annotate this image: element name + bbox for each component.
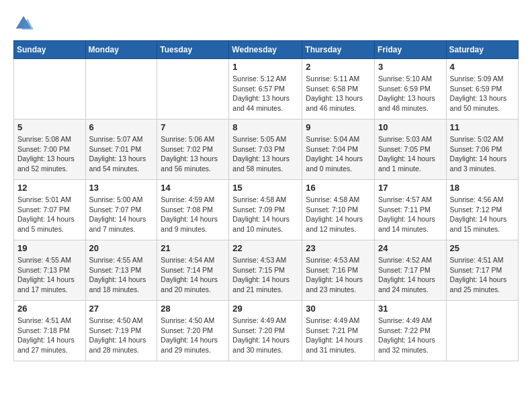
calendar-body: 1Sunrise: 5:12 AMSunset: 6:57 PMDaylight… — [14, 59, 519, 361]
column-header-monday: Monday — [85, 41, 157, 59]
calendar-cell: 7Sunrise: 5:06 AMSunset: 7:02 PMDaylight… — [157, 120, 229, 180]
calendar-week-3: 12Sunrise: 5:01 AMSunset: 7:07 PMDayligh… — [14, 180, 519, 240]
cell-content: Sunrise: 5:08 AMSunset: 7:00 PMDaylight:… — [17, 134, 82, 174]
calendar-cell: 31Sunrise: 4:49 AMSunset: 7:22 PMDayligh… — [375, 301, 447, 361]
calendar-cell — [446, 301, 518, 361]
calendar-week-4: 19Sunrise: 4:55 AMSunset: 7:13 PMDayligh… — [14, 240, 519, 301]
cell-content: Sunrise: 4:50 AMSunset: 7:20 PMDaylight:… — [161, 316, 225, 355]
day-number: 7 — [161, 122, 225, 132]
calendar-cell: 19Sunrise: 4:55 AMSunset: 7:13 PMDayligh… — [14, 240, 86, 301]
calendar-cell: 11Sunrise: 5:02 AMSunset: 7:06 PMDayligh… — [446, 120, 518, 180]
day-number: 28 — [161, 304, 225, 314]
calendar-cell: 26Sunrise: 4:51 AMSunset: 7:18 PMDayligh… — [14, 301, 86, 361]
calendar-cell: 14Sunrise: 4:59 AMSunset: 7:08 PMDayligh… — [157, 180, 229, 240]
day-number: 8 — [232, 122, 298, 132]
calendar-cell: 1Sunrise: 5:12 AMSunset: 6:57 PMDaylight… — [229, 59, 302, 120]
cell-content: Sunrise: 4:51 AMSunset: 7:18 PMDaylight:… — [17, 316, 82, 355]
day-number: 15 — [232, 183, 298, 193]
day-number: 3 — [378, 62, 443, 72]
day-number: 23 — [306, 243, 371, 253]
cell-content: Sunrise: 4:59 AMSunset: 7:08 PMDaylight:… — [161, 195, 225, 234]
day-number: 19 — [17, 243, 82, 253]
day-number: 25 — [450, 243, 515, 253]
calendar-cell: 25Sunrise: 4:51 AMSunset: 7:17 PMDayligh… — [446, 240, 518, 301]
calendar-cell: 16Sunrise: 4:58 AMSunset: 7:10 PMDayligh… — [302, 180, 375, 240]
calendar-cell: 13Sunrise: 5:00 AMSunset: 7:07 PMDayligh… — [85, 180, 157, 240]
day-number: 17 — [378, 183, 443, 193]
calendar-cell: 22Sunrise: 4:53 AMSunset: 7:15 PMDayligh… — [229, 240, 302, 301]
cell-content: Sunrise: 4:55 AMSunset: 7:13 PMDaylight:… — [89, 255, 154, 295]
calendar-cell: 10Sunrise: 5:03 AMSunset: 7:05 PMDayligh… — [375, 120, 447, 180]
cell-content: Sunrise: 5:01 AMSunset: 7:07 PMDaylight:… — [17, 195, 82, 234]
calendar-cell: 5Sunrise: 5:08 AMSunset: 7:00 PMDaylight… — [14, 120, 86, 180]
calendar-cell: 20Sunrise: 4:55 AMSunset: 7:13 PMDayligh… — [85, 240, 157, 301]
cell-content: Sunrise: 4:55 AMSunset: 7:13 PMDaylight:… — [17, 255, 82, 295]
calendar-cell: 3Sunrise: 5:10 AMSunset: 6:59 PMDaylight… — [375, 59, 447, 120]
calendar-cell — [85, 59, 157, 120]
calendar-cell: 23Sunrise: 4:53 AMSunset: 7:16 PMDayligh… — [302, 240, 375, 301]
column-header-friday: Friday — [375, 41, 447, 59]
day-number: 13 — [89, 183, 154, 193]
page-header — [13, 13, 519, 34]
column-header-tuesday: Tuesday — [157, 41, 229, 59]
day-number: 24 — [378, 243, 443, 253]
day-number: 26 — [17, 304, 82, 314]
calendar-cell: 9Sunrise: 5:04 AMSunset: 7:04 PMDaylight… — [302, 120, 375, 180]
column-header-wednesday: Wednesday — [229, 41, 302, 59]
cell-content: Sunrise: 5:12 AMSunset: 6:57 PMDaylight:… — [232, 74, 298, 113]
day-number: 30 — [306, 304, 371, 314]
day-number: 9 — [306, 122, 371, 132]
day-number: 6 — [89, 122, 154, 132]
cell-content: Sunrise: 4:56 AMSunset: 7:12 PMDaylight:… — [450, 195, 515, 234]
calendar-table: SundayMondayTuesdayWednesdayThursdayFrid… — [13, 40, 519, 361]
calendar-cell: 27Sunrise: 4:50 AMSunset: 7:19 PMDayligh… — [85, 301, 157, 361]
calendar-week-1: 1Sunrise: 5:12 AMSunset: 6:57 PMDaylight… — [14, 59, 519, 120]
calendar-cell: 4Sunrise: 5:09 AMSunset: 6:59 PMDaylight… — [446, 59, 518, 120]
logo-icon — [13, 13, 34, 34]
cell-content: Sunrise: 5:09 AMSunset: 6:59 PMDaylight:… — [450, 74, 515, 113]
cell-content: Sunrise: 5:10 AMSunset: 6:59 PMDaylight:… — [378, 74, 443, 113]
calendar-cell: 15Sunrise: 4:58 AMSunset: 7:09 PMDayligh… — [229, 180, 302, 240]
logo — [13, 13, 36, 34]
day-number: 22 — [232, 243, 298, 253]
day-number: 14 — [161, 183, 225, 193]
day-number: 12 — [17, 183, 82, 193]
calendar-cell — [14, 59, 86, 120]
cell-content: Sunrise: 4:58 AMSunset: 7:09 PMDaylight:… — [232, 195, 298, 234]
cell-content: Sunrise: 4:49 AMSunset: 7:22 PMDaylight:… — [378, 316, 443, 355]
calendar-cell: 21Sunrise: 4:54 AMSunset: 7:14 PMDayligh… — [157, 240, 229, 301]
cell-content: Sunrise: 5:02 AMSunset: 7:06 PMDaylight:… — [450, 134, 515, 174]
cell-content: Sunrise: 5:03 AMSunset: 7:05 PMDaylight:… — [378, 134, 443, 174]
day-number: 10 — [378, 122, 443, 132]
calendar-cell: 8Sunrise: 5:05 AMSunset: 7:03 PMDaylight… — [229, 120, 302, 180]
column-header-saturday: Saturday — [446, 41, 518, 59]
calendar-header-row: SundayMondayTuesdayWednesdayThursdayFrid… — [14, 41, 519, 59]
day-number: 16 — [306, 183, 371, 193]
day-number: 27 — [89, 304, 154, 314]
cell-content: Sunrise: 4:51 AMSunset: 7:17 PMDaylight:… — [450, 255, 515, 295]
cell-content: Sunrise: 4:57 AMSunset: 7:11 PMDaylight:… — [378, 195, 443, 234]
cell-content: Sunrise: 4:54 AMSunset: 7:14 PMDaylight:… — [161, 255, 225, 295]
day-number: 1 — [232, 62, 298, 72]
day-number: 4 — [450, 62, 515, 72]
column-header-sunday: Sunday — [14, 41, 86, 59]
column-header-thursday: Thursday — [302, 41, 375, 59]
cell-content: Sunrise: 4:49 AMSunset: 7:20 PMDaylight:… — [232, 316, 298, 355]
day-number: 20 — [89, 243, 154, 253]
day-number: 31 — [378, 304, 443, 314]
cell-content: Sunrise: 5:00 AMSunset: 7:07 PMDaylight:… — [89, 195, 154, 234]
calendar-cell: 2Sunrise: 5:11 AMSunset: 6:58 PMDaylight… — [302, 59, 375, 120]
day-number: 2 — [306, 62, 371, 72]
day-number: 18 — [450, 183, 515, 193]
cell-content: Sunrise: 4:58 AMSunset: 7:10 PMDaylight:… — [306, 195, 371, 234]
day-number: 29 — [232, 304, 298, 314]
cell-content: Sunrise: 5:04 AMSunset: 7:04 PMDaylight:… — [306, 134, 371, 174]
cell-content: Sunrise: 4:53 AMSunset: 7:16 PMDaylight:… — [306, 255, 371, 295]
calendar-cell: 12Sunrise: 5:01 AMSunset: 7:07 PMDayligh… — [14, 180, 86, 240]
calendar-cell: 28Sunrise: 4:50 AMSunset: 7:20 PMDayligh… — [157, 301, 229, 361]
calendar-cell — [157, 59, 229, 120]
cell-content: Sunrise: 4:53 AMSunset: 7:15 PMDaylight:… — [232, 255, 298, 295]
cell-content: Sunrise: 5:06 AMSunset: 7:02 PMDaylight:… — [161, 134, 225, 174]
day-number: 21 — [161, 243, 225, 253]
day-number: 5 — [17, 122, 82, 132]
